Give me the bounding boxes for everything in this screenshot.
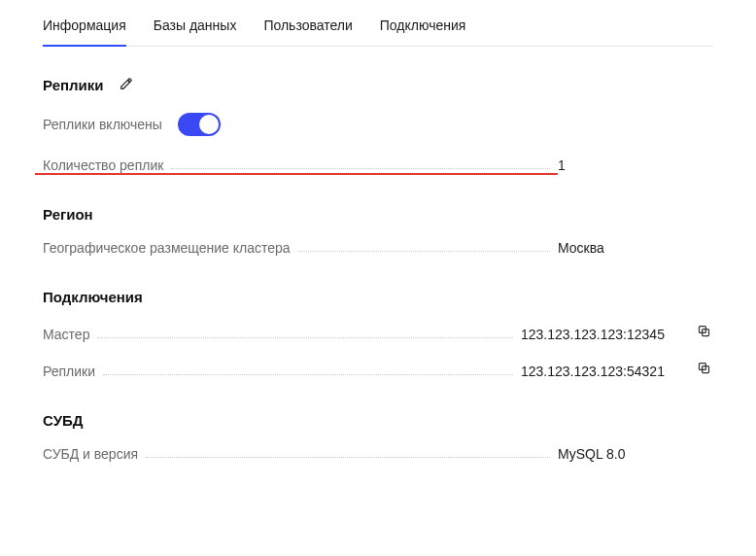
- section-replicas: Реплики Реплики включены Количество репл…: [43, 74, 713, 173]
- copy-icon: [697, 324, 711, 341]
- replicas-toggle-label: Реплики включены: [43, 117, 162, 132]
- toggle-knob: [199, 115, 219, 134]
- connection-master-label: Мастер: [43, 327, 89, 342]
- replicas-count-value: 1: [558, 157, 713, 173]
- connection-replicas-value: 123.123.123.123:54321: [521, 364, 676, 379]
- connection-master-value: 123.123.123.123:12345: [521, 327, 676, 342]
- tab-databases[interactable]: Базы данных: [154, 10, 237, 46]
- replicas-toggle[interactable]: [178, 113, 221, 136]
- dbms-version-row: СУБД и версия MySQL 8.0: [43, 446, 713, 462]
- highlight-underline: [35, 173, 558, 175]
- section-title-replicas: Реплики: [43, 77, 104, 93]
- tab-connections[interactable]: Подключения: [380, 10, 466, 46]
- edit-replicas-button[interactable]: [116, 74, 137, 95]
- section-title-connections: Подключения: [43, 289, 143, 305]
- tab-info[interactable]: Информация: [43, 10, 126, 47]
- section-region: Регион Географическое размещение кластер…: [43, 206, 713, 256]
- pencil-icon: [120, 77, 133, 93]
- tab-users[interactable]: Пользователи: [263, 10, 352, 46]
- section-title-dbms: СУБД: [43, 412, 83, 429]
- region-placement-row: Географическое размещение кластера Москв…: [43, 240, 713, 256]
- dbms-version-label: СУБД и версия: [43, 446, 138, 462]
- dots-leader: [103, 374, 513, 375]
- section-title-region: Регион: [43, 206, 93, 223]
- tabs: Информация Базы данных Пользователи Подк…: [43, 10, 713, 47]
- copy-replicas-button[interactable]: [694, 360, 713, 379]
- dbms-version-value: MySQL 8.0: [558, 446, 713, 462]
- section-connections: Подключения Мастер 123.123.123.123:12345…: [43, 289, 713, 379]
- dots-leader: [171, 168, 550, 169]
- region-placement-label: Географическое размещение кластера: [43, 240, 291, 256]
- replicas-count-row: Количество реплик 1: [43, 157, 713, 173]
- connection-replicas-label: Реплики: [43, 364, 95, 379]
- dots-leader: [298, 251, 550, 252]
- dots-leader: [97, 337, 513, 338]
- region-placement-value: Москва: [558, 240, 713, 256]
- connection-replicas-row: Реплики 123.123.123.123:54321: [43, 360, 713, 379]
- dots-leader: [146, 457, 550, 458]
- connection-master-row: Мастер 123.123.123.123:12345: [43, 323, 713, 342]
- replicas-count-label: Количество реплик: [43, 157, 163, 173]
- copy-master-button[interactable]: [694, 323, 713, 342]
- section-dbms: СУБД СУБД и версия MySQL 8.0: [43, 412, 713, 462]
- copy-icon: [697, 361, 711, 378]
